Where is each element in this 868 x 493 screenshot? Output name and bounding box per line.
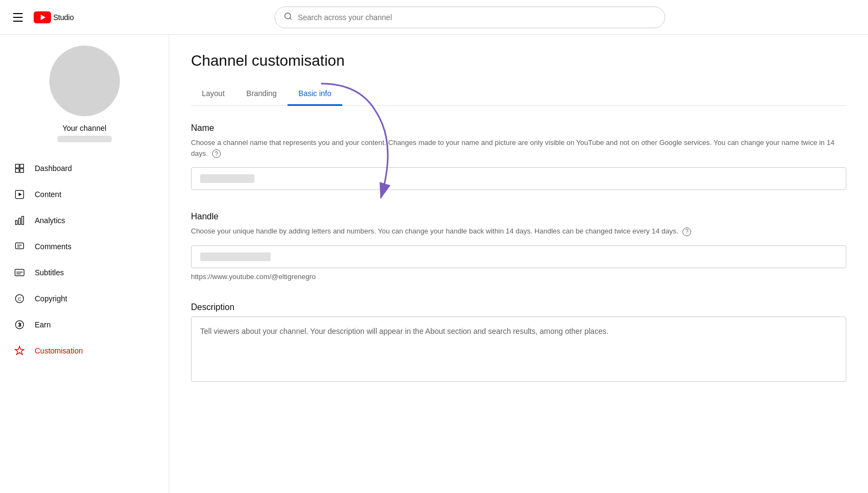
sidebar-item-copyright[interactable]: C Copyright — [4, 286, 164, 312]
handle-section: Handle Choose your unique handle by addi… — [191, 212, 846, 281]
page-title: Channel customisation — [191, 52, 846, 69]
description-textarea[interactable]: Tell viewers about your channel. Your de… — [191, 317, 846, 382]
svg-rect-7 — [20, 169, 24, 173]
content-area: Channel customisation Layout Branding Ba… — [169, 35, 868, 493]
search-input[interactable] — [298, 13, 656, 22]
subtitles-icon — [13, 266, 26, 279]
search-bar — [275, 7, 665, 28]
studio-label: Studio — [53, 13, 74, 22]
youtube-studio-logo[interactable]: Studio — [34, 11, 74, 23]
copyright-icon: C — [13, 292, 26, 305]
svg-rect-6 — [16, 169, 20, 173]
sidebar: Your channel Dashboard — [0, 35, 169, 493]
svg-rect-10 — [16, 220, 17, 225]
sidebar-item-subtitles[interactable]: Subtitles — [4, 260, 164, 286]
svg-rect-12 — [22, 217, 23, 225]
svg-rect-5 — [20, 165, 24, 168]
topbar-left: Studio — [9, 9, 74, 26]
handle-help-icon[interactable]: ? — [682, 227, 691, 236]
handle-input-wrap[interactable] — [191, 245, 846, 268]
svg-marker-9 — [18, 193, 22, 197]
sidebar-item-analytics[interactable]: Analytics — [4, 207, 164, 233]
svg-rect-16 — [15, 269, 24, 276]
sidebar-item-comments[interactable]: Comments — [4, 233, 164, 260]
content-label: Content — [35, 190, 61, 199]
subtitles-label: Subtitles — [35, 268, 64, 277]
name-help-icon[interactable]: ? — [212, 149, 221, 158]
copyright-label: Copyright — [35, 294, 67, 303]
sidebar-nav: Dashboard Content Ana — [0, 155, 169, 364]
channel-name: Your channel — [62, 124, 106, 132]
svg-rect-4 — [16, 165, 20, 168]
analytics-label: Analytics — [35, 216, 65, 225]
main-layout: Your channel Dashboard — [0, 35, 868, 493]
svg-text:C: C — [18, 296, 21, 302]
dashboard-icon — [13, 162, 26, 175]
channel-link-placeholder — [58, 136, 112, 142]
name-section: Name Choose a channel name that represen… — [191, 123, 846, 190]
svg-line-3 — [290, 18, 291, 20]
customisation-label: Customisation — [35, 346, 83, 355]
tab-layout[interactable]: Layout — [191, 83, 235, 106]
tabs-container: Layout Branding Basic info — [191, 83, 846, 106]
name-input-wrap[interactable] — [191, 167, 846, 190]
channel-avatar — [49, 46, 120, 116]
content-icon — [13, 188, 26, 201]
handle-section-desc: Choose your unique handle by adding lett… — [191, 226, 846, 237]
hamburger-icon — [13, 13, 23, 22]
sidebar-item-earn[interactable]: Earn — [4, 312, 164, 338]
name-section-desc: Choose a channel name that represents yo… — [191, 137, 846, 159]
comments-icon — [13, 240, 26, 253]
menu-button[interactable] — [9, 9, 27, 26]
search-icon — [284, 12, 292, 23]
sidebar-item-customisation[interactable]: Customisation — [4, 338, 164, 364]
svg-rect-11 — [18, 218, 20, 225]
name-section-title: Name — [191, 123, 846, 133]
svg-point-2 — [285, 13, 291, 19]
dashboard-label: Dashboard — [35, 164, 72, 173]
earn-icon — [13, 318, 26, 331]
earn-label: Earn — [35, 320, 51, 329]
tab-branding[interactable]: Branding — [235, 83, 288, 106]
name-input-placeholder — [200, 174, 254, 183]
sidebar-item-content[interactable]: Content — [4, 181, 164, 207]
customisation-icon — [13, 344, 26, 357]
description-section-title: Description — [191, 302, 846, 312]
comments-label: Comments — [35, 242, 72, 251]
tab-basic-info[interactable]: Basic info — [288, 83, 342, 106]
topbar: Studio — [0, 0, 868, 35]
analytics-icon — [13, 214, 26, 227]
handle-section-title: Handle — [191, 212, 846, 222]
svg-rect-13 — [16, 243, 24, 249]
sidebar-item-dashboard[interactable]: Dashboard — [4, 155, 164, 181]
description-section: Description Tell viewers about your chan… — [191, 302, 846, 382]
handle-input-placeholder — [200, 252, 271, 261]
channel-url: https://www.youtube.com/@eltigrenegro — [191, 273, 846, 281]
youtube-icon — [34, 11, 51, 23]
